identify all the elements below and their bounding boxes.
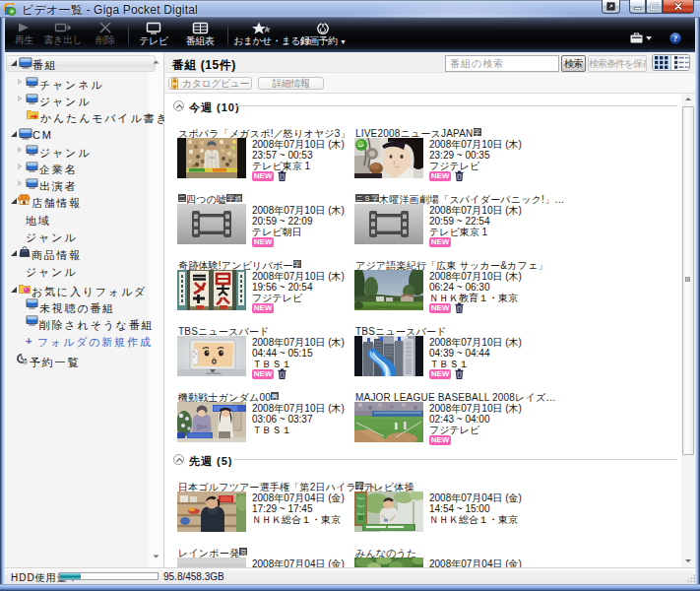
svg-text:?: ? — [673, 33, 678, 43]
